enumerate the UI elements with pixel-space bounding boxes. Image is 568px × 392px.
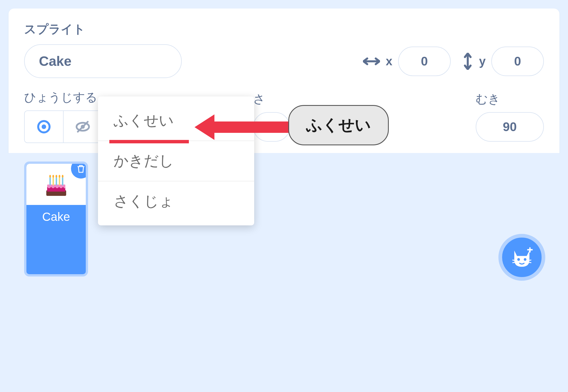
svg-point-12 [49, 175, 51, 178]
menu-item-duplicate[interactable]: ふくせい [98, 101, 254, 141]
x-label: x [386, 54, 392, 68]
vertical-arrow-icon [462, 53, 473, 70]
eye-open-icon [36, 119, 52, 135]
sprite-name-input[interactable] [24, 44, 182, 78]
delete-sprite-button[interactable] [71, 162, 88, 179]
svg-point-17 [517, 258, 520, 261]
sprite-list: Cake [9, 153, 559, 295]
sprite-section-label: スプライト [24, 21, 544, 37]
context-menu: ふくせい かきだし さくじょ [98, 97, 254, 225]
sprite-thumbnail [26, 164, 86, 205]
svg-point-18 [524, 258, 527, 261]
add-sprite-button[interactable] [498, 234, 545, 281]
svg-point-15 [59, 175, 60, 178]
svg-line-21 [528, 260, 531, 261]
visibility-label: ひょうじする [24, 89, 103, 105]
hide-button[interactable] [63, 111, 102, 142]
size-group: さ 00 [253, 91, 290, 142]
svg-rect-9 [56, 177, 57, 185]
menu-item-export[interactable]: かきだし [98, 141, 254, 181]
x-position-group: x 0 [363, 47, 450, 76]
direction-value-input[interactable]: 90 [476, 112, 544, 142]
sprite-tile-name: Cake [26, 205, 86, 231]
menu-item-delete[interactable]: さくじょ [98, 181, 254, 221]
size-value-input[interactable]: 00 [253, 112, 290, 142]
svg-point-14 [55, 175, 57, 178]
svg-line-22 [528, 262, 531, 263]
direction-group: むき 90 [476, 91, 544, 142]
svg-line-19 [512, 260, 516, 261]
cat-plus-icon [508, 244, 535, 271]
svg-rect-8 [53, 177, 54, 185]
visibility-group: ひょうじする [24, 89, 103, 143]
size-label-fragment: さ [253, 91, 290, 107]
svg-line-20 [512, 262, 516, 263]
svg-point-13 [52, 175, 54, 178]
sprite-info-panel: スプライト x 0 y 0 ひょうじする [9, 9, 559, 153]
sprite-name-position-row: x 0 y 0 [24, 44, 544, 78]
svg-rect-10 [59, 177, 60, 185]
direction-label: むき [476, 91, 544, 107]
svg-point-16 [62, 175, 63, 178]
svg-rect-7 [49, 177, 51, 185]
x-value-input[interactable]: 0 [398, 47, 451, 76]
trash-icon [76, 164, 86, 173]
y-value-input[interactable]: 0 [491, 47, 544, 76]
annotation-callout: ふくせい [288, 105, 389, 145]
horizontal-arrow-icon [363, 56, 380, 67]
show-button[interactable] [25, 111, 63, 142]
svg-rect-11 [62, 177, 63, 185]
cake-icon [42, 170, 70, 199]
y-label: y [479, 54, 486, 68]
eye-closed-icon [75, 119, 91, 135]
visibility-toggle [24, 110, 103, 143]
annotation-underline [109, 140, 189, 143]
svg-point-1 [42, 125, 46, 129]
sprite-tile-cake[interactable]: Cake [24, 162, 88, 276]
y-position-group: y 0 [462, 47, 544, 76]
